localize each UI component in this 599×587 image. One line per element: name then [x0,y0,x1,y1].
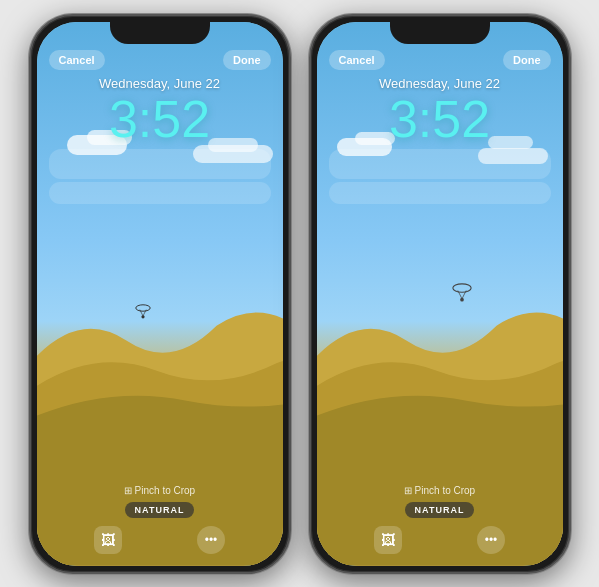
bottom-icons-right: 🖼 ••• [317,526,563,554]
done-button-right[interactable]: Done [503,50,551,70]
left-phone: Cancel Done Wednesday, June 22 3:52 ⊞ Pi… [29,14,291,574]
paraglider-right [452,283,474,305]
bottom-bar-right: ⊞ Pinch to Crop NATURAL 🖼 ••• [317,485,563,566]
phone-screen-right: Cancel Done Wednesday, June 22 3:52 ⊞ Pi… [317,22,563,566]
done-button-left[interactable]: Done [223,50,271,70]
natural-pill-left: NATURAL [125,502,195,518]
svg-point-0 [136,305,150,311]
phone-screen-left: Cancel Done Wednesday, June 22 3:52 ⊞ Pi… [37,22,283,566]
bottom-icons-left: 🖼 ••• [37,526,283,554]
natural-badge-right: NATURAL [317,502,563,518]
top-buttons-right: Cancel Done [329,50,551,70]
date-label-left: Wednesday, June 22 [49,76,271,91]
cancel-button-left[interactable]: Cancel [49,50,105,70]
phone-frame-right: Cancel Done Wednesday, June 22 3:52 ⊞ Pi… [309,14,571,574]
svg-line-2 [143,310,146,316]
natural-badge-left: NATURAL [37,502,283,518]
lock-overlay-right: Cancel Done Wednesday, June 22 3:52 [317,22,563,215]
widget-top-left [49,149,271,179]
notch-left [110,22,210,44]
natural-pill-right: NATURAL [405,502,475,518]
date-label-right: Wednesday, June 22 [329,76,551,91]
phone-frame-left: Cancel Done Wednesday, June 22 3:52 ⊞ Pi… [29,14,291,574]
svg-point-7 [460,297,464,301]
pinch-hint-right: ⊞ Pinch to Crop [317,485,563,496]
more-icon-right[interactable]: ••• [477,526,505,554]
svg-point-3 [141,316,144,319]
time-label-left: 3:52 [49,93,271,145]
top-buttons-left: Cancel Done [49,50,271,70]
svg-line-1 [140,310,143,316]
widget-bottom-left [49,182,271,204]
bottom-bar-left: ⊞ Pinch to Crop NATURAL 🖼 ••• [37,485,283,566]
photo-icon-left[interactable]: 🖼 [94,526,122,554]
widget-bottom-right [329,182,551,204]
photo-icon-right[interactable]: 🖼 [374,526,402,554]
widget-top-right [329,149,551,179]
svg-point-4 [453,283,471,291]
paraglider-left [135,304,153,322]
right-phone: Cancel Done Wednesday, June 22 3:52 ⊞ Pi… [309,14,571,574]
lock-overlay-left: Cancel Done Wednesday, June 22 3:52 [37,22,283,215]
more-icon-left[interactable]: ••• [197,526,225,554]
notch-right [390,22,490,44]
pinch-hint-left: ⊞ Pinch to Crop [37,485,283,496]
time-label-right: 3:52 [329,93,551,145]
cancel-button-right[interactable]: Cancel [329,50,385,70]
